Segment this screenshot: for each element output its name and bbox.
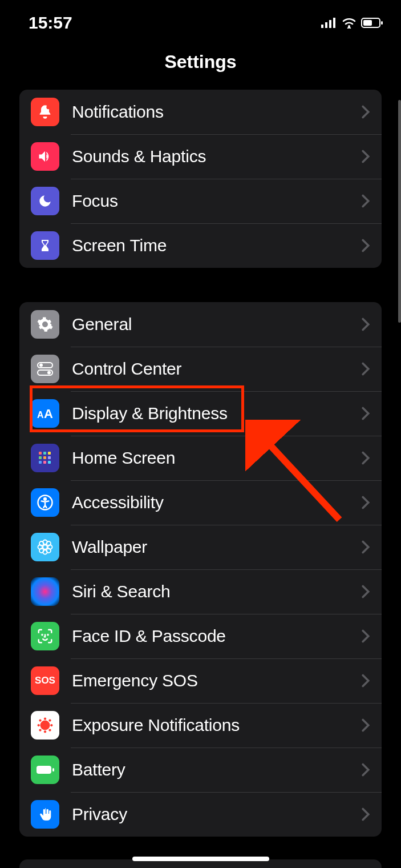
chevron-right-icon bbox=[361, 540, 370, 554]
svg-rect-19 bbox=[43, 456, 46, 459]
row-label: Accessibility bbox=[72, 493, 361, 512]
row-general[interactable]: General bbox=[19, 302, 382, 347]
row-label: General bbox=[72, 315, 361, 334]
row-exposure-notifications[interactable]: Exposure Notifications bbox=[19, 703, 382, 748]
svg-point-12 bbox=[47, 371, 51, 375]
svg-rect-15 bbox=[39, 452, 42, 455]
svg-rect-2 bbox=[329, 20, 331, 28]
chevron-right-icon bbox=[361, 674, 370, 688]
svg-rect-16 bbox=[43, 452, 46, 455]
row-battery[interactable]: Battery bbox=[19, 748, 382, 792]
row-label: Emergency SOS bbox=[72, 671, 361, 690]
chevron-right-icon bbox=[361, 194, 370, 208]
row-label: Siri & Search bbox=[72, 582, 361, 601]
chevron-right-icon bbox=[361, 496, 370, 509]
svg-point-40 bbox=[39, 729, 41, 731]
row-accessibility[interactable]: Accessibility bbox=[19, 480, 382, 525]
chevron-right-icon bbox=[361, 362, 370, 376]
svg-rect-18 bbox=[39, 456, 42, 459]
svg-text:A: A bbox=[37, 410, 44, 420]
svg-point-38 bbox=[39, 719, 41, 721]
cellular-icon bbox=[321, 18, 337, 28]
grid-icon bbox=[31, 444, 59, 472]
row-emergency-sos[interactable]: SOS Emergency SOS bbox=[19, 658, 382, 703]
speaker-icon bbox=[31, 142, 59, 171]
chevron-right-icon bbox=[361, 718, 370, 732]
row-sounds-haptics[interactable]: Sounds & Haptics bbox=[19, 134, 382, 179]
accessibility-icon bbox=[31, 488, 59, 517]
row-label: Exposure Notifications bbox=[72, 716, 361, 735]
row-label: Privacy bbox=[72, 805, 361, 824]
switches-icon bbox=[31, 355, 59, 383]
row-label: Notifications bbox=[72, 102, 361, 122]
svg-text:A: A bbox=[44, 407, 53, 420]
svg-point-37 bbox=[40, 721, 50, 730]
chevron-right-icon bbox=[361, 239, 370, 252]
svg-rect-6 bbox=[363, 20, 372, 26]
flower-icon bbox=[31, 533, 59, 561]
wifi-icon bbox=[342, 17, 357, 29]
status-time: 15:57 bbox=[29, 13, 72, 33]
svg-rect-0 bbox=[321, 25, 323, 28]
svg-rect-46 bbox=[37, 766, 51, 774]
settings-group-notifications: Notifications Sounds & Haptics Focus Scr… bbox=[19, 90, 382, 268]
hand-icon bbox=[31, 800, 59, 829]
svg-rect-20 bbox=[48, 456, 51, 459]
row-siri-search[interactable]: Siri & Search bbox=[19, 569, 382, 614]
svg-rect-21 bbox=[39, 461, 42, 464]
status-bar: 15:57 bbox=[0, 0, 401, 40]
chevron-right-icon bbox=[361, 318, 370, 331]
sos-icon: SOS bbox=[31, 666, 59, 695]
scroll-indicator[interactable] bbox=[398, 100, 401, 323]
svg-point-10 bbox=[39, 364, 43, 367]
svg-point-43 bbox=[50, 724, 52, 726]
svg-point-26 bbox=[43, 545, 47, 549]
svg-point-41 bbox=[48, 729, 51, 731]
row-label: Focus bbox=[72, 191, 361, 211]
siri-icon bbox=[31, 577, 59, 606]
svg-point-44 bbox=[44, 718, 46, 720]
exposure-icon bbox=[31, 711, 59, 740]
svg-point-42 bbox=[38, 724, 40, 726]
row-label: Screen Time bbox=[72, 236, 361, 255]
row-focus[interactable]: Focus bbox=[19, 179, 382, 223]
row-wallpaper[interactable]: Wallpaper bbox=[19, 525, 382, 569]
row-privacy[interactable]: Privacy bbox=[19, 792, 382, 837]
svg-point-4 bbox=[348, 25, 350, 27]
svg-point-25 bbox=[44, 498, 46, 500]
chevron-right-icon bbox=[361, 763, 370, 777]
settings-group-general: General Control Center AA Display & Brig… bbox=[19, 302, 382, 837]
svg-rect-7 bbox=[381, 21, 383, 25]
row-label: Face ID & Passcode bbox=[72, 626, 361, 646]
row-faceid-passcode[interactable]: Face ID & Passcode bbox=[19, 614, 382, 658]
row-label: Control Center bbox=[72, 359, 361, 379]
svg-rect-47 bbox=[52, 768, 54, 771]
row-display-brightness[interactable]: AA Display & Brightness bbox=[19, 391, 382, 436]
svg-point-45 bbox=[44, 730, 46, 733]
row-label: Battery bbox=[72, 760, 361, 779]
text-size-icon: AA bbox=[31, 399, 59, 428]
page-header: Settings bbox=[0, 40, 401, 90]
row-home-screen[interactable]: Home Screen bbox=[19, 436, 382, 480]
moon-icon bbox=[31, 187, 59, 215]
battery-icon bbox=[31, 756, 59, 784]
page-title: Settings bbox=[0, 51, 401, 73]
svg-rect-22 bbox=[43, 461, 46, 464]
row-notifications[interactable]: Notifications bbox=[19, 90, 382, 134]
chevron-right-icon bbox=[361, 407, 370, 420]
chevron-right-icon bbox=[361, 150, 370, 163]
chevron-right-icon bbox=[361, 585, 370, 598]
row-screen-time[interactable]: Screen Time bbox=[19, 223, 382, 268]
svg-rect-23 bbox=[48, 461, 51, 464]
row-label: Home Screen bbox=[72, 448, 361, 468]
svg-rect-1 bbox=[325, 22, 327, 28]
bell-icon bbox=[31, 98, 59, 126]
hourglass-icon bbox=[31, 231, 59, 260]
row-control-center[interactable]: Control Center bbox=[19, 347, 382, 391]
chevron-right-icon bbox=[361, 807, 370, 821]
gear-icon bbox=[31, 310, 59, 339]
home-indicator[interactable] bbox=[132, 857, 269, 861]
faceid-icon bbox=[31, 622, 59, 650]
row-label: Sounds & Haptics bbox=[72, 147, 361, 166]
svg-point-39 bbox=[48, 719, 51, 721]
